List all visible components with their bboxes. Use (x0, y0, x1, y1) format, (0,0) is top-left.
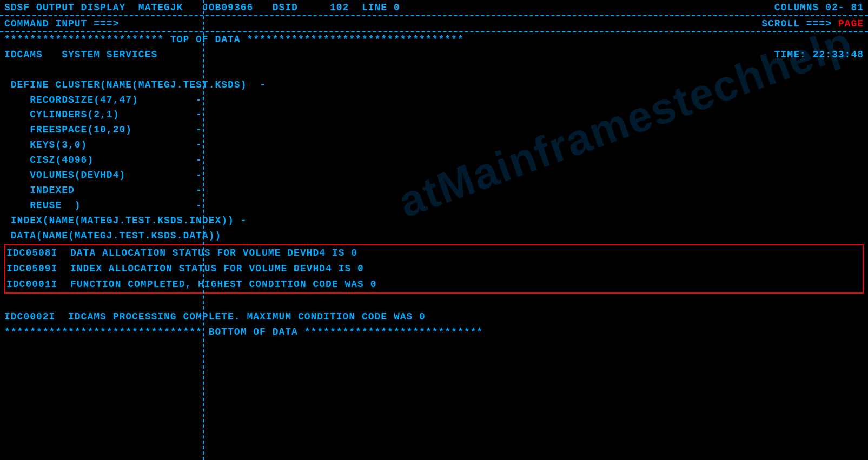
idc0001-line: IDC0001I FUNCTION COMPLETED, HIGHEST CON… (5, 277, 863, 292)
keys-line: KEYS(3,0) - (4, 138, 864, 153)
header-right: COLUMNS 02- 81 (774, 2, 864, 13)
jobid: JOB09366 (202, 2, 253, 13)
blank-line-1 (4, 63, 864, 78)
content-lines: DEFINE CLUSTER(NAME(MATEGJ.TEST.KSDS) - … (4, 63, 864, 244)
cisz-line: CISZ(4096) - (4, 153, 864, 168)
index-line: INDEX(NAME(MATEGJ.TEST.KSDS.INDEX)) - (4, 214, 864, 229)
scroll-label: SCROLL ===> PAGE (761, 18, 864, 29)
line-label: LINE (362, 2, 387, 13)
idcams-line: IDCAMS SYSTEM SERVICES TIME: 22:33:48 (4, 48, 864, 63)
cylinders-line: CYLINDERS(2,1) - (4, 108, 864, 123)
dsid-label: DSID (273, 2, 298, 13)
data-line: DATA(NAME(MATEGJ.TEST.KSDS.DATA)) (4, 229, 864, 244)
jobname: MATEGJK (138, 2, 183, 13)
command-input-label[interactable]: COMMAND INPUT ===> (4, 18, 119, 29)
idcams-text: IDCAMS SYSTEM SERVICES (4, 48, 157, 63)
content-area: ************************* TOP OF DATA **… (0, 32, 868, 340)
highlighted-messages-box: IDC0508I DATA ALLOCATION STATUS FOR VOLU… (4, 244, 864, 293)
sdsf-title: SDSF OUTPUT DISPLAY (4, 2, 125, 13)
header-left: SDSF OUTPUT DISPLAY MATEGJK JOB09366 DSI… (4, 2, 400, 13)
idc0508-line: IDC0508I DATA ALLOCATION STATUS FOR VOLU… (5, 245, 863, 261)
line-value: 0 (394, 2, 400, 13)
reuse-line: REUSE ) - (4, 198, 864, 214)
columns-label: COLUMNS (774, 2, 819, 13)
header-row-1: SDSF OUTPUT DISPLAY MATEGJK JOB09366 DSI… (0, 0, 868, 16)
define-cluster-line: DEFINE CLUSTER(NAME(MATEGJ.TEST.KSDS) - (4, 78, 864, 93)
volumes-line: VOLUMES(DEVHD4) - (4, 168, 864, 183)
main-screen: atMainframestechhelp SDSF OUTPUT DISPLAY… (0, 0, 868, 460)
bottom-of-data-line: ******************************* BOTTOM O… (4, 325, 864, 340)
idc0002-line: IDC0002I IDCAMS PROCESSING COMPLETE. MAX… (4, 310, 864, 325)
blank-line-2 (4, 295, 864, 310)
indexed-line: INDEXED - (4, 183, 864, 198)
time-value: TIME: 22:33:48 (774, 48, 864, 63)
dsid-value: 102 (330, 2, 349, 13)
recordsize-line: RECORDSIZE(47,47) - (4, 93, 864, 108)
command-row: COMMAND INPUT ===> SCROLL ===> PAGE (0, 16, 868, 32)
columns-value: 02- 81 (825, 2, 864, 13)
idc0509-line: IDC0509I INDEX ALLOCATION STATUS FOR VOL… (5, 261, 863, 277)
freespace-line: FREESPACE(10,20) - (4, 123, 864, 138)
scroll-value: PAGE (838, 18, 864, 29)
top-of-data-line: ************************* TOP OF DATA **… (4, 32, 864, 48)
